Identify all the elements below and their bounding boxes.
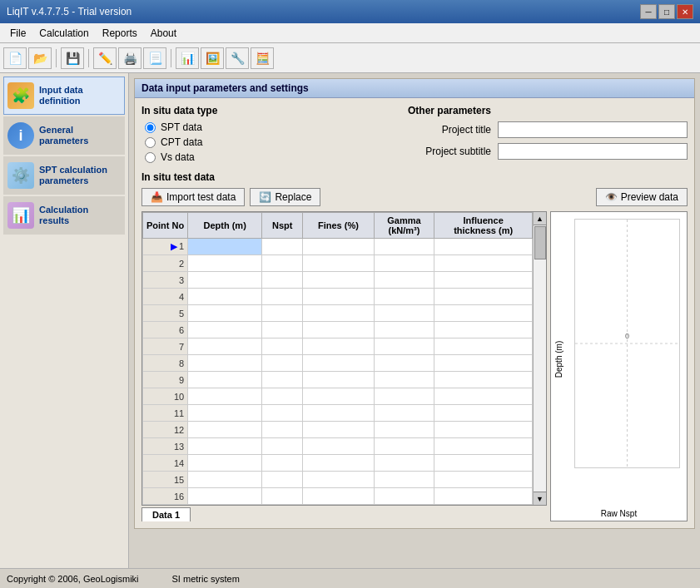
table-row[interactable]: 16: [143, 488, 533, 505]
table-row[interactable]: 11: [143, 405, 533, 422]
cell-r5-c4[interactable]: [434, 305, 533, 322]
cell-r2-c0[interactable]: [188, 255, 262, 272]
cell-r14-c3[interactable]: [374, 455, 434, 472]
cell-r4-c3[interactable]: [374, 289, 434, 305]
scroll-thumb[interactable]: [534, 226, 546, 259]
table-scroll-area[interactable]: Point No Depth (m) Nspt Fines (%) Gamma(…: [141, 211, 547, 506]
cell-r3-c0[interactable]: [188, 272, 262, 289]
table-row[interactable]: 14: [143, 455, 533, 472]
cell-r14-c2[interactable]: [303, 455, 374, 472]
cell-r1-c2[interactable]: [303, 239, 374, 255]
scroll-down-button[interactable]: ▼: [534, 492, 546, 505]
cell-r11-c1[interactable]: [262, 405, 303, 422]
cell-r11-c0[interactable]: [188, 405, 262, 422]
save-button[interactable]: 💾: [61, 47, 84, 69]
table-row[interactable]: 10: [143, 388, 533, 405]
cell-r16-c0[interactable]: [188, 488, 262, 505]
cell-r6-c0[interactable]: [188, 322, 262, 338]
cell-r13-c1[interactable]: [262, 438, 303, 455]
cell-r6-c2[interactable]: [303, 322, 374, 338]
cell-r10-c3[interactable]: [374, 388, 434, 405]
cell-r1-c0[interactable]: [188, 239, 262, 255]
radio-cpt[interactable]: CPT data: [145, 136, 391, 148]
print-button[interactable]: 🖨️: [118, 47, 141, 69]
cell-r6-c3[interactable]: [374, 322, 434, 338]
table-row[interactable]: 13: [143, 438, 533, 455]
table-row[interactable]: 15: [143, 472, 533, 488]
cell-r10-c4[interactable]: [434, 388, 533, 405]
cell-r12-c0[interactable]: [188, 422, 262, 438]
cell-r5-c3[interactable]: [374, 305, 434, 322]
project-title-input[interactable]: [498, 121, 688, 138]
tab-data1[interactable]: Data 1: [141, 507, 191, 521]
table-row[interactable]: 9: [143, 372, 533, 388]
table-row[interactable]: 2: [143, 255, 533, 272]
cell-r6-c4[interactable]: [434, 322, 533, 338]
cell-r12-c2[interactable]: [303, 422, 374, 438]
table-row[interactable]: 4: [143, 289, 533, 305]
scroll-track[interactable]: [534, 225, 546, 492]
menu-reports[interactable]: Reports: [96, 25, 144, 42]
radio-spt-input[interactable]: [145, 122, 156, 133]
cell-r2-c3[interactable]: [374, 255, 434, 272]
preview-data-button[interactable]: 👁️ Preview data: [596, 188, 688, 206]
cell-r8-c0[interactable]: [188, 355, 262, 372]
cell-r9-c1[interactable]: [262, 372, 303, 388]
sidebar-item-input-data[interactable]: 🧩 Input datadefinition: [3, 77, 125, 115]
open-button[interactable]: 📂: [28, 47, 52, 69]
cell-r13-c2[interactable]: [303, 438, 374, 455]
cell-r9-c4[interactable]: [434, 372, 533, 388]
cell-r15-c3[interactable]: [374, 472, 434, 488]
cell-r5-c1[interactable]: [262, 305, 303, 322]
vertical-scrollbar[interactable]: ▲ ▼: [533, 212, 546, 505]
radio-vs[interactable]: Vs data: [145, 151, 391, 163]
cell-r13-c0[interactable]: [188, 438, 262, 455]
cell-r2-c1[interactable]: [262, 255, 303, 272]
cell-r8-c2[interactable]: [303, 355, 374, 372]
cell-r5-c2[interactable]: [303, 305, 374, 322]
cell-r9-c0[interactable]: [188, 372, 262, 388]
radio-vs-input[interactable]: [145, 152, 156, 163]
cell-r14-c4[interactable]: [434, 455, 533, 472]
image-button[interactable]: 🖼️: [201, 47, 224, 69]
cell-r11-c3[interactable]: [374, 405, 434, 422]
cell-r16-c1[interactable]: [262, 488, 303, 505]
cell-r7-c4[interactable]: [434, 338, 533, 355]
calc-button[interactable]: 🧮: [251, 47, 274, 69]
cell-r11-c2[interactable]: [303, 405, 374, 422]
sidebar-item-general-params[interactable]: i Generalparameters: [3, 116, 125, 155]
cell-r3-c1[interactable]: [262, 272, 303, 289]
table-row[interactable]: 8: [143, 355, 533, 372]
cell-r10-c0[interactable]: [188, 388, 262, 405]
cell-r1-c3[interactable]: [374, 239, 434, 255]
report-button[interactable]: 📊: [176, 47, 199, 69]
cell-r15-c1[interactable]: [262, 472, 303, 488]
edit-button[interactable]: ✏️: [93, 47, 117, 69]
cell-r5-c0[interactable]: [188, 305, 262, 322]
close-button[interactable]: ✕: [677, 4, 693, 19]
cell-r7-c1[interactable]: [262, 338, 303, 355]
cell-r16-c2[interactable]: [303, 488, 374, 505]
table-row[interactable]: 3: [143, 272, 533, 289]
cell-r8-c1[interactable]: [262, 355, 303, 372]
cell-r3-c4[interactable]: [434, 272, 533, 289]
cell-r10-c1[interactable]: [262, 388, 303, 405]
table-row[interactable]: ▶1: [143, 239, 533, 255]
cell-r13-c3[interactable]: [374, 438, 434, 455]
maximize-button[interactable]: □: [658, 4, 675, 19]
cell-r14-c1[interactable]: [262, 455, 303, 472]
cell-r15-c4[interactable]: [434, 472, 533, 488]
cell-r15-c0[interactable]: [188, 472, 262, 488]
minimize-button[interactable]: ─: [640, 4, 657, 19]
cell-r4-c0[interactable]: [188, 289, 262, 305]
cell-r13-c4[interactable]: [434, 438, 533, 455]
cell-r3-c3[interactable]: [374, 272, 434, 289]
cell-r12-c4[interactable]: [434, 422, 533, 438]
cell-r8-c3[interactable]: [374, 355, 434, 372]
cell-r16-c3[interactable]: [374, 488, 434, 505]
cell-r14-c0[interactable]: [188, 455, 262, 472]
cell-r4-c1[interactable]: [262, 289, 303, 305]
menu-about[interactable]: About: [144, 25, 183, 42]
menu-file[interactable]: File: [3, 25, 32, 42]
cell-r9-c3[interactable]: [374, 372, 434, 388]
